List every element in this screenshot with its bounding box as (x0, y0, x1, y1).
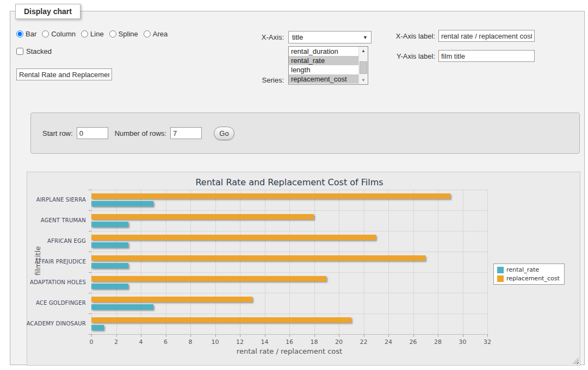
y-gridline (91, 293, 487, 293)
series-listbox[interactable]: rental_durationrental_ratelengthreplacem… (288, 46, 368, 85)
x-tick-mark (116, 335, 117, 337)
bar-replacement_cost (91, 235, 376, 240)
x-tick-mark (190, 335, 191, 337)
chart-type-option-bar: Bar (16, 30, 36, 38)
x-tick-mark (166, 335, 166, 337)
bar-replacement_cost (91, 317, 351, 323)
scroll-down-icon[interactable]: ▼ (359, 76, 368, 84)
chart-type-label: Spline (119, 30, 138, 38)
x-axis-select[interactable]: title ▼ (288, 31, 372, 43)
x-gridline (116, 190, 117, 334)
x-tick-mark (314, 335, 315, 337)
x-gridline (215, 190, 216, 334)
series-option-length[interactable]: length (289, 65, 358, 74)
legend-label: replacement_cost (506, 275, 560, 282)
x-tick-label: 12 (236, 338, 244, 346)
chart-title-input[interactable] (16, 68, 112, 80)
chart-type-label: Bar (26, 30, 36, 38)
category-label: AFRICAN EGG (47, 238, 86, 244)
x-gridline (413, 190, 414, 334)
chart-type-radio-spline[interactable] (109, 30, 116, 37)
y-tick-mark (89, 313, 91, 314)
series-list-label: Series: (228, 76, 284, 84)
chart-legend: rental_ratereplacement_cost (493, 264, 565, 285)
resize-handle-icon[interactable] (572, 358, 579, 364)
start-row-label: Start row: (42, 129, 73, 137)
category-label: AIRPLANE SIERRA (36, 197, 86, 203)
stacked-option: Stacked (16, 47, 52, 55)
x-tick-mark (265, 335, 265, 337)
x-tick-label: 30 (459, 338, 467, 346)
bar-rental_rate (91, 284, 128, 289)
page: Start row: Number of rows: Go Rental Rat… (0, 0, 588, 370)
x-tick-mark (388, 335, 389, 337)
x-gridline (487, 190, 488, 334)
x-gridline (364, 190, 364, 334)
chart-x-axis-title: rental rate / replacement cost (91, 347, 487, 355)
chart-type-radio-area[interactable] (144, 30, 151, 37)
x-gridline (314, 190, 315, 334)
num-rows-input[interactable] (170, 127, 202, 139)
legend-item-replacement_cost[interactable]: replacement_cost (497, 275, 560, 282)
x-tick-mark (289, 335, 290, 337)
x-gridline (265, 190, 265, 334)
go-button[interactable]: Go (214, 127, 234, 140)
start-row-input[interactable] (77, 127, 108, 139)
chart-type-radio-bar[interactable] (16, 30, 23, 37)
y-gridline (91, 231, 487, 231)
bar-rental_rate (91, 222, 128, 227)
chart-panel: Rental Rate and Replacement Cost of Film… (27, 172, 580, 366)
num-rows-label: Number of rows: (115, 129, 166, 137)
x-tick-mark (240, 335, 240, 337)
y-tick-mark (89, 190, 91, 190)
x-tick-label: 2 (114, 338, 118, 346)
y-gridline (91, 210, 487, 211)
series-option-rental_duration[interactable]: rental_duration (289, 47, 358, 56)
y-axis-label-input[interactable] (438, 50, 535, 62)
x-gridline (91, 190, 92, 334)
bar-replacement_cost (91, 276, 326, 281)
x-tick-mark (438, 335, 438, 337)
y-tick-mark (89, 334, 91, 335)
chevron-down-icon: ▼ (363, 35, 368, 40)
stacked-label: Stacked (26, 47, 52, 55)
legend-label: rental_rate (506, 266, 539, 273)
chart-type-option-spline: Spline (109, 30, 138, 38)
row-range-panel: Start row: Number of rows: Go (30, 112, 580, 154)
series-options: rental_durationrental_ratelengthreplacem… (289, 47, 358, 84)
chart-type-label: Column (51, 30, 76, 38)
category-label: ACE GOLDFINGER (36, 300, 86, 306)
y-gridline (91, 272, 487, 273)
legend-item-rental_rate[interactable]: rental_rate (497, 266, 560, 273)
x-gridline (289, 190, 290, 334)
listbox-scrollbar[interactable]: ▲ ▼ (358, 47, 368, 84)
x-tick-label: 16 (286, 338, 293, 346)
x-tick-label: 18 (311, 338, 318, 346)
bar-rental_rate (91, 304, 153, 310)
y-gridline (91, 252, 487, 252)
x-tick-mark (339, 335, 339, 337)
series-option-replacement_cost[interactable]: replacement_cost (289, 74, 358, 84)
series-option-rental_rate[interactable]: rental_rate (289, 56, 358, 65)
y-gridline (91, 190, 487, 190)
x-axis-label-input[interactable] (438, 30, 535, 42)
y-tick-mark (89, 210, 91, 211)
stacked-checkbox[interactable] (16, 48, 23, 55)
y-gridline (91, 313, 487, 314)
bar-rental_rate (91, 242, 128, 248)
x-tick-mark (215, 335, 216, 337)
category-label: ADAPTATION HOLES (30, 279, 86, 285)
x-tick-label: 14 (261, 338, 269, 346)
chart-type-radio-group: BarColumnLineSplineArea (16, 30, 171, 38)
bar-replacement_cost (91, 255, 425, 261)
y-tick-mark (89, 231, 91, 231)
chart-title: Rental Rate and Replacement Cost of Film… (91, 177, 487, 187)
panel-title-tab: Display chart (15, 4, 81, 19)
x-tick-label: 24 (385, 338, 392, 346)
scrollbar-thumb[interactable] (360, 61, 367, 74)
chart-type-radio-column[interactable] (42, 30, 49, 37)
category-label: AFFAIR PREJUDICE (35, 259, 86, 265)
scroll-up-icon[interactable]: ▲ (359, 47, 368, 55)
bar-rental_rate (91, 325, 104, 330)
chart-type-radio-line[interactable] (81, 30, 88, 37)
